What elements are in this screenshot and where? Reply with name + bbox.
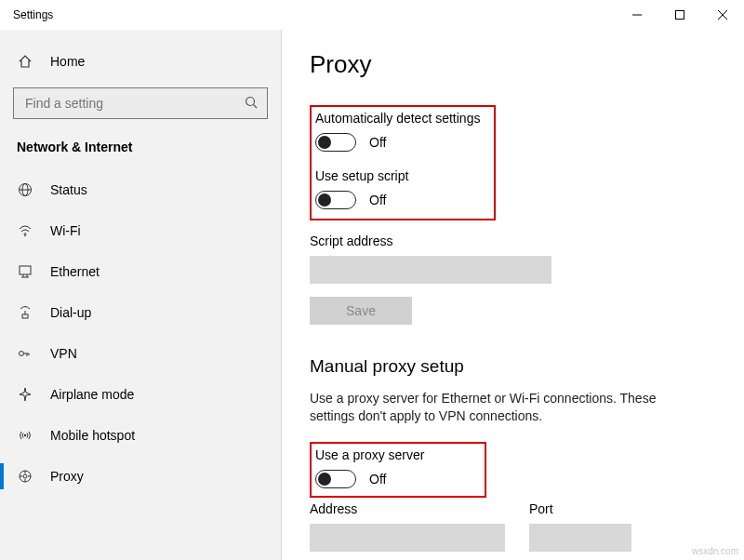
sidebar-item-ethernet[interactable]: Ethernet bbox=[0, 251, 281, 292]
sidebar-item-label: Proxy bbox=[50, 469, 84, 484]
toggle-knob bbox=[318, 193, 331, 207]
sidebar-item-label: Dial-up bbox=[50, 305, 91, 320]
auto-detect-label: Automatically detect settings bbox=[315, 111, 485, 126]
use-proxy-toggle[interactable] bbox=[315, 470, 356, 488]
setup-script-label: Use setup script bbox=[315, 168, 485, 183]
highlight-box-auto: Automatically detect settings Off Use se… bbox=[310, 105, 496, 220]
hotspot-icon bbox=[17, 427, 33, 444]
sidebar-home-label: Home bbox=[50, 54, 85, 69]
main: Home Network & Internet Status Wi-Fi E bbox=[0, 30, 744, 560]
svg-point-18 bbox=[23, 474, 27, 478]
sidebar-item-vpn[interactable]: VPN bbox=[0, 333, 281, 374]
script-address-label: Script address bbox=[310, 233, 718, 248]
close-icon bbox=[718, 10, 727, 20]
auto-detect-state: Off bbox=[369, 135, 386, 150]
ethernet-icon bbox=[17, 263, 33, 280]
manual-setup-heading: Manual proxy setup bbox=[310, 356, 718, 377]
sidebar-home[interactable]: Home bbox=[0, 43, 281, 80]
sidebar-item-label: Ethernet bbox=[50, 264, 100, 279]
search-box[interactable] bbox=[13, 87, 268, 119]
svg-rect-14 bbox=[22, 314, 28, 318]
wifi-icon bbox=[17, 222, 33, 239]
sidebar-item-label: VPN bbox=[50, 346, 77, 361]
home-icon bbox=[17, 53, 33, 70]
use-proxy-label: Use a proxy server bbox=[315, 447, 475, 462]
sidebar-item-dialup[interactable]: Dial-up bbox=[0, 292, 281, 333]
port-label: Port bbox=[529, 501, 631, 516]
svg-point-16 bbox=[24, 434, 26, 436]
sidebar-item-proxy[interactable]: Proxy bbox=[0, 456, 281, 497]
close-button[interactable] bbox=[701, 0, 744, 30]
proxy-icon bbox=[17, 468, 33, 485]
sidebar-item-hotspot[interactable]: Mobile hotspot bbox=[0, 415, 281, 456]
sidebar-item-status[interactable]: Status bbox=[0, 169, 281, 210]
svg-rect-1 bbox=[676, 11, 684, 20]
script-address-input[interactable] bbox=[310, 256, 551, 284]
address-input[interactable] bbox=[310, 524, 505, 552]
minimize-button[interactable] bbox=[616, 0, 658, 30]
use-proxy-state: Off bbox=[369, 472, 386, 487]
toggle-knob bbox=[318, 473, 331, 486]
watermark: wsxdn.com bbox=[692, 546, 738, 556]
sidebar-item-wifi[interactable]: Wi-Fi bbox=[0, 210, 281, 251]
sidebar-item-label: Airplane mode bbox=[50, 387, 134, 402]
setup-script-state: Off bbox=[369, 193, 386, 207]
sidebar-item-airplane[interactable]: Airplane mode bbox=[0, 374, 281, 415]
manual-setup-hint: Use a proxy server for Ethernet or Wi-Fi… bbox=[310, 390, 691, 425]
titlebar: Settings bbox=[0, 0, 744, 30]
search-icon bbox=[245, 96, 258, 112]
toggle-knob bbox=[318, 136, 331, 149]
svg-point-15 bbox=[20, 352, 24, 356]
svg-point-4 bbox=[246, 97, 255, 105]
sidebar-item-label: Status bbox=[50, 182, 87, 197]
maximize-button[interactable] bbox=[658, 0, 701, 30]
auto-detect-toggle[interactable] bbox=[315, 133, 356, 152]
svg-rect-10 bbox=[20, 266, 31, 274]
content: Proxy Automatically detect settings Off … bbox=[282, 30, 744, 560]
page-title: Proxy bbox=[310, 50, 718, 79]
search-input[interactable] bbox=[23, 95, 245, 112]
window-controls bbox=[616, 0, 744, 30]
sidebar-item-label: Mobile hotspot bbox=[50, 428, 135, 443]
save-button[interactable]: Save bbox=[310, 297, 412, 325]
highlight-box-proxy: Use a proxy server Off bbox=[310, 442, 486, 498]
sidebar-item-label: Wi-Fi bbox=[50, 223, 81, 238]
window-title: Settings bbox=[13, 8, 53, 21]
dialup-icon bbox=[17, 304, 33, 321]
address-label: Address bbox=[310, 501, 505, 516]
vpn-icon bbox=[17, 345, 33, 362]
globe-icon bbox=[17, 181, 33, 198]
sidebar: Home Network & Internet Status Wi-Fi E bbox=[0, 30, 282, 560]
setup-script-toggle[interactable] bbox=[315, 191, 356, 209]
airplane-icon bbox=[17, 386, 33, 403]
svg-point-9 bbox=[24, 234, 26, 236]
sidebar-category: Network & Internet bbox=[0, 130, 281, 169]
svg-line-5 bbox=[254, 104, 258, 108]
maximize-icon bbox=[675, 10, 684, 20]
minimize-icon bbox=[632, 10, 642, 20]
port-input[interactable] bbox=[529, 524, 631, 552]
